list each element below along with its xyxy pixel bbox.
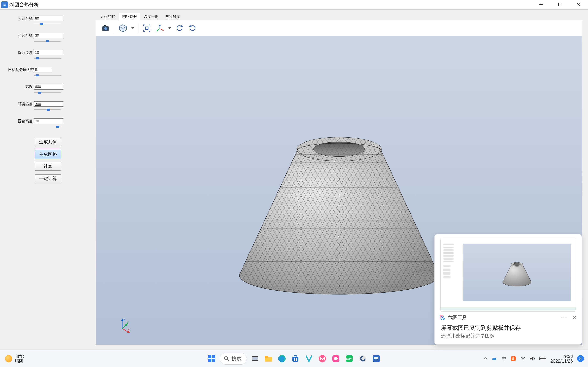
start-button[interactable] — [207, 353, 217, 364]
svg-marker-25 — [121, 318, 123, 321]
task-view-icon[interactable] — [250, 353, 260, 364]
maximize-button[interactable] — [550, 0, 569, 9]
tab-geometry[interactable]: 几何结构 — [97, 13, 119, 20]
svg-rect-55 — [294, 360, 295, 361]
svg-rect-52 — [294, 356, 297, 357]
volume-icon[interactable] — [530, 356, 535, 361]
svg-rect-64 — [374, 357, 378, 358]
param-input-cone-height[interactable] — [34, 118, 63, 124]
view-tabs: 几何结构 网格划分 温度云图 热流梯度 — [96, 13, 582, 20]
param-slider-high-temp[interactable] — [34, 92, 61, 94]
close-button[interactable] — [569, 0, 588, 9]
notification-close-icon[interactable]: ✕ — [572, 314, 577, 321]
param-slider-large-radius[interactable] — [34, 24, 61, 25]
window-controls — [532, 0, 588, 9]
param-label: 环境温度 — [8, 101, 33, 106]
param-slider-thickness[interactable] — [34, 58, 61, 59]
one-click-compute-button[interactable]: 一键计算 — [35, 174, 61, 183]
rotate-ccw-icon[interactable] — [187, 23, 198, 33]
svg-point-5 — [104, 27, 107, 30]
snip-app-icon — [440, 315, 446, 321]
param-label: 大圆半径 — [8, 16, 33, 21]
param-input-ambient-temp[interactable] — [34, 101, 63, 107]
edge-icon[interactable] — [277, 353, 287, 364]
param-slider-small-radius[interactable] — [34, 41, 61, 42]
axis-dropdown-icon[interactable] — [168, 23, 172, 33]
notification-preview[interactable] — [440, 238, 576, 312]
sun-icon — [5, 355, 12, 362]
weather-widget[interactable]: -3°C 晴朗 — [5, 354, 24, 363]
system-tray: 中 S 9:23 2022/11/26 8 — [484, 354, 584, 363]
search-icon — [224, 356, 229, 361]
current-app-icon[interactable] — [371, 353, 381, 364]
param-ambient-temp: 环境温度 — [8, 101, 88, 107]
param-input-thickness[interactable] — [34, 50, 63, 55]
param-mesh-density: 网格划分最大密度 — [8, 67, 88, 72]
svg-text:iQIYI: iQIYI — [346, 357, 353, 360]
tab-temperature-cloud[interactable]: 温度云图 — [140, 13, 162, 20]
svg-rect-49 — [265, 356, 268, 358]
svg-rect-10 — [145, 27, 148, 30]
notification-count-badge[interactable]: 8 — [577, 355, 584, 362]
fit-view-icon[interactable] — [141, 23, 152, 33]
param-input-small-radius[interactable] — [34, 33, 63, 38]
explorer-icon[interactable] — [263, 353, 274, 364]
svg-point-44 — [224, 357, 228, 360]
param-small-radius: 小圆半径 — [8, 33, 88, 38]
toolbar-separator — [138, 23, 138, 33]
snipping-tool-notification[interactable]: 截图工具 ··· ✕ 屏幕截图已复制到剪贴板并保存 选择此处标记并共享图像 — [434, 234, 582, 345]
toolbar-separator — [114, 23, 114, 33]
svg-rect-72 — [545, 358, 546, 359]
notification-more-icon[interactable]: ··· — [561, 315, 567, 320]
param-slider-mesh-density[interactable] — [34, 75, 61, 76]
store-icon[interactable] — [290, 353, 301, 364]
tray-chevron-icon[interactable] — [484, 357, 488, 360]
tray-time: 9:23 — [564, 354, 573, 359]
taskbar-search[interactable]: 搜索 — [220, 353, 247, 365]
axis-triad-icon: z x y — [117, 318, 129, 330]
onedrive-icon[interactable] — [492, 356, 498, 361]
svg-point-34 — [513, 263, 520, 266]
svg-text:S: S — [512, 357, 514, 361]
minimize-button[interactable] — [532, 0, 550, 9]
wifi-icon[interactable] — [520, 356, 526, 361]
taskbar-center: 搜索 iQIYI — [207, 353, 381, 365]
app-icon-pink[interactable] — [330, 353, 341, 364]
ime-indicator[interactable]: 中 — [502, 356, 506, 362]
generate-mesh-button[interactable]: 生成网格 — [35, 150, 61, 158]
iqiyi-icon[interactable]: iQIYI — [344, 353, 355, 364]
battery-icon[interactable] — [539, 357, 546, 361]
svg-rect-66 — [374, 360, 378, 360]
param-input-high-temp[interactable] — [34, 84, 63, 90]
app-icon-swirl[interactable] — [357, 353, 368, 364]
tray-clock[interactable]: 9:23 2022/11/26 — [550, 354, 573, 363]
svg-text:x: x — [128, 328, 130, 331]
app-icon-m[interactable] — [317, 353, 328, 364]
param-label: 网格划分最大密度 — [8, 67, 33, 72]
param-input-mesh-density[interactable] — [34, 67, 52, 72]
tab-mesh[interactable]: 网格划分 — [119, 13, 140, 20]
svg-rect-43 — [212, 359, 215, 362]
weather-condition: 晴朗 — [15, 359, 24, 363]
axis-orientation-icon[interactable] — [155, 23, 165, 33]
param-slider-cone-height[interactable] — [34, 126, 61, 128]
generate-geometry-button[interactable]: 生成几何 — [35, 138, 61, 146]
app-icon-v[interactable] — [303, 353, 314, 364]
svg-rect-42 — [208, 359, 211, 362]
param-label: 小圆半径 — [8, 33, 33, 38]
screenshot-icon[interactable] — [100, 23, 111, 33]
cube-view-dropdown-icon[interactable] — [131, 23, 135, 33]
sogou-icon[interactable]: S — [510, 356, 516, 361]
param-slider-ambient-temp[interactable] — [34, 109, 61, 111]
tab-heat-flux-gradient[interactable]: 热流梯度 — [162, 13, 184, 20]
svg-rect-65 — [374, 358, 378, 359]
param-high-temp: 高温 — [8, 84, 88, 90]
window-title: 斜圆台热分析 — [9, 1, 39, 8]
cube-view-icon[interactable] — [118, 23, 128, 33]
svg-rect-56 — [296, 360, 297, 361]
param-input-large-radius[interactable] — [34, 16, 63, 21]
compute-button[interactable]: 计算 — [35, 162, 61, 171]
rotate-cw-icon[interactable] — [174, 23, 185, 33]
param-thickness: 圆台厚度 — [8, 50, 88, 55]
parameter-sidebar: 大圆半径 小圆半径 圆台厚度 网格划分最大密度 高温 环境温度 — [0, 9, 96, 350]
